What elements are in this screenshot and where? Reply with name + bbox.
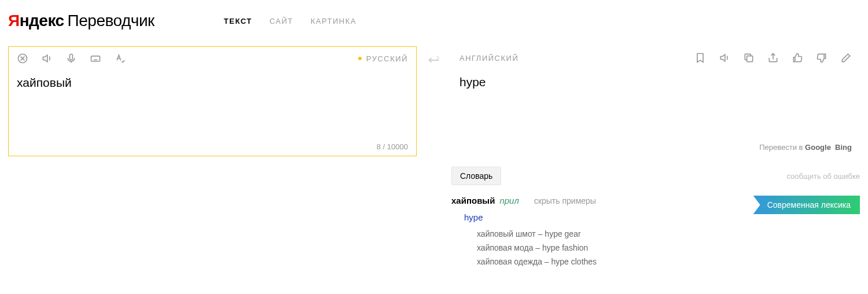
svg-rect-2 xyxy=(91,56,100,61)
source-textarea[interactable]: хайповый xyxy=(9,64,416,101)
spellcheck-icon[interactable] xyxy=(114,53,126,64)
logo-ndex: ндекс xyxy=(20,12,64,30)
dictionary-button[interactable]: Словарь xyxy=(451,167,501,185)
report-error-link[interactable]: сообщить об ошибке xyxy=(786,172,860,181)
logo-service: Переводчик xyxy=(68,12,155,30)
edit-icon[interactable] xyxy=(840,52,852,64)
logo-ya: Я xyxy=(8,12,20,30)
modern-lexicon-badge[interactable]: Современная лексика xyxy=(753,196,860,214)
svg-rect-1 xyxy=(70,54,73,60)
nav-site[interactable]: САЙТ xyxy=(270,17,293,25)
translate-in-prefix: Перевести в xyxy=(759,143,805,152)
provider-google[interactable]: Google xyxy=(805,143,831,152)
speaker-icon[interactable] xyxy=(41,53,53,64)
dict-example: хайповый шмот – hype gear xyxy=(477,227,727,241)
mic-icon[interactable] xyxy=(65,53,77,64)
hide-examples-link[interactable]: скрыть примеры xyxy=(534,196,596,205)
dict-example: хайповая одежда – hype clothes xyxy=(477,255,727,269)
source-lang-label: РУССКИЙ xyxy=(366,54,408,63)
share-icon[interactable] xyxy=(767,52,779,64)
thumbs-up-icon[interactable] xyxy=(792,52,803,64)
translate-in-links: Перевести в Google Bing xyxy=(759,143,852,152)
dict-translation[interactable]: hype xyxy=(464,212,483,222)
target-text: hype xyxy=(451,64,860,101)
char-count: 8 / 10000 xyxy=(377,142,408,151)
logo[interactable]: Яндекс Переводчик xyxy=(8,12,155,30)
keyboard-icon[interactable] xyxy=(90,53,101,64)
clear-icon[interactable] xyxy=(17,53,28,64)
target-panel: АНГЛИЙСКИЙ xyxy=(451,46,860,156)
thumbs-down-icon[interactable] xyxy=(816,52,827,64)
source-lang-selector[interactable]: РУССКИЙ xyxy=(358,54,408,63)
source-panel: РУССКИЙ хайповый 8 / 10000 xyxy=(8,46,417,156)
dictionary-entry: хайповый прил скрыть примеры hype хайпов… xyxy=(451,196,860,269)
dict-pos: прил xyxy=(499,196,519,205)
target-lang-selector[interactable]: АНГЛИЙСКИЙ xyxy=(459,54,518,63)
swap-languages-icon[interactable] xyxy=(427,53,441,67)
svg-rect-3 xyxy=(747,56,753,62)
nav-image[interactable]: КАРТИНКА xyxy=(311,17,356,25)
dict-example: хайповая мода – hype fashion xyxy=(477,241,727,255)
speaker-icon[interactable] xyxy=(719,52,730,64)
copy-icon[interactable] xyxy=(743,52,755,64)
autodetect-dot-icon xyxy=(358,57,362,60)
provider-bing[interactable]: Bing xyxy=(835,143,852,152)
dict-headword: хайповый xyxy=(451,196,495,205)
top-nav: ТЕКСТ САЙТ КАРТИНКА xyxy=(224,17,356,25)
nav-text[interactable]: ТЕКСТ xyxy=(224,17,252,25)
target-lang-label: АНГЛИЙСКИЙ xyxy=(459,54,518,63)
bookmark-icon[interactable] xyxy=(694,52,706,64)
